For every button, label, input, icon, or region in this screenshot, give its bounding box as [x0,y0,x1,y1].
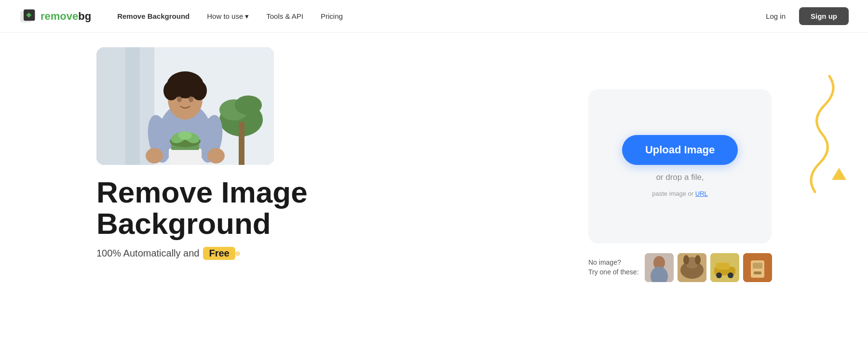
logo-text: removebg [41,10,91,23]
hero-illustration [96,47,274,165]
svg-point-37 [683,255,689,265]
svg-point-43 [728,272,733,278]
navbar: removebg Remove Background How to use ▾ … [0,0,868,33]
left-section: Remove Image Background 100% Automatical… [0,33,492,338]
nav-tools-api[interactable]: Tools & API [259,8,310,24]
upload-button[interactable]: Upload Image [622,135,738,165]
sample-thumb-4[interactable] [743,253,772,282]
svg-marker-30 [832,168,846,180]
svg-point-19 [189,96,193,102]
svg-point-29 [178,131,192,140]
svg-rect-24 [169,149,202,165]
sample-images-row: No image? Try one of these: [588,253,772,282]
url-link[interactable]: URL [695,190,708,197]
paste-text: paste image or URL [652,190,708,197]
logo[interactable]: removebg [19,8,91,25]
nav-links: Remove Background How to use ▾ Tools & A… [110,8,758,25]
hero-subtitle: 100% Automatically and Free [96,247,463,260]
upload-box: Upload Image or drop a file, paste image… [588,89,772,243]
no-image-label: No image? Try one of these: [588,258,639,277]
sample-thumb-2[interactable] [678,253,706,282]
nav-how-to-use[interactable]: How to use ▾ [200,8,256,25]
hero-title: Remove Image Background [96,176,463,239]
main-content: Remove Image Background 100% Automatical… [0,33,868,338]
login-button[interactable]: Log in [758,8,793,24]
svg-point-8 [235,95,262,115]
svg-point-42 [716,272,722,278]
svg-rect-9 [239,122,244,165]
sample-thumbnails [645,253,772,282]
hero-text: Remove Image Background 100% Automatical… [96,176,463,260]
sample-thumb-1[interactable] [645,253,674,282]
svg-rect-47 [754,271,761,274]
svg-point-22 [146,148,163,163]
nav-actions: Log in Sign up [758,7,849,25]
right-section: Upload Image or drop a file, paste image… [492,33,868,338]
svg-rect-41 [716,263,730,270]
svg-rect-46 [753,263,762,269]
svg-point-16 [172,74,185,90]
sample-thumb-3[interactable] [710,253,739,282]
svg-point-17 [185,74,199,90]
nav-remove-background[interactable]: Remove Background [110,8,196,24]
svg-point-23 [207,148,225,163]
drop-file-text: or drop a file, [656,173,704,182]
nav-pricing[interactable]: Pricing [314,8,350,24]
logo-icon [19,8,37,25]
free-badge: Free [203,247,235,260]
dropdown-arrow-icon: ▾ [245,12,249,21]
svg-point-18 [177,96,182,102]
svg-point-38 [695,255,701,265]
signup-button[interactable]: Sign up [799,7,849,25]
hero-image [96,47,274,165]
svg-rect-4 [125,47,140,165]
